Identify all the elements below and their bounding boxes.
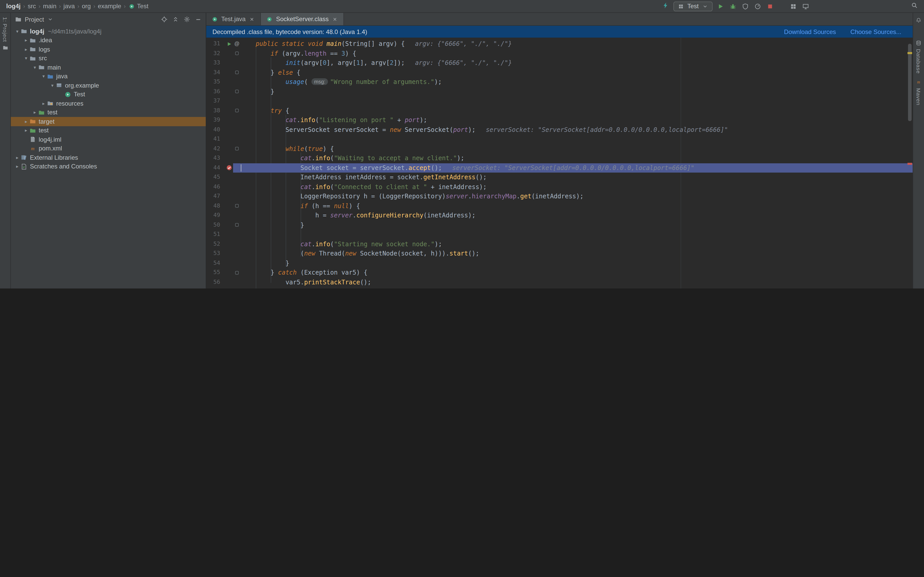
stripe-button-project[interactable]: 1: Project: [0, 17, 10, 51]
breadcrumb-item[interactable]: main: [43, 3, 57, 10]
breakpoint-gutter[interactable]: [225, 125, 233, 134]
tree-item-org-example[interactable]: ▾org.example: [11, 81, 206, 90]
settings-icon[interactable]: [184, 16, 190, 23]
search-everywhere-icon[interactable]: [911, 2, 918, 9]
tree-item-log4j-iml[interactable]: log4j.iml: [11, 135, 206, 144]
close-icon[interactable]: [332, 16, 339, 23]
tree-item-logs[interactable]: ▸logs: [11, 45, 206, 54]
tree-item-scratches-and-consoles[interactable]: ▸Scratches and Consoles: [11, 162, 206, 171]
run-method-icon[interactable]: [226, 41, 232, 47]
tree-item-test[interactable]: Test: [11, 90, 206, 99]
tree-item-target[interactable]: ▸target: [11, 117, 206, 126]
tree-item-test[interactable]: ▸test: [11, 108, 206, 117]
breakpoint-gutter[interactable]: [225, 192, 233, 201]
code-text[interactable]: cat.info("Starting new socket node.");: [241, 239, 913, 249]
breakpoint-gutter[interactable]: [225, 230, 233, 239]
breakpoint-gutter[interactable]: [225, 201, 233, 211]
tree-item-src[interactable]: ▾src: [11, 54, 206, 63]
grid-tool-icon[interactable]: [790, 3, 796, 10]
breakpoint-gutter[interactable]: [225, 87, 233, 96]
code-text[interactable]: ServerSocket serverSocket = new ServerSo…: [241, 125, 913, 134]
code-text[interactable]: if (h == null) {: [241, 201, 913, 211]
chevron-down-icon[interactable]: [47, 16, 54, 23]
breadcrumb-item[interactable]: Test: [128, 3, 149, 10]
run-with-coverage-button-icon[interactable]: [742, 3, 749, 10]
code-text[interactable]: }: [241, 287, 913, 288]
profiler-button-icon[interactable]: [754, 3, 761, 10]
breakpoint-gutter[interactable]: [225, 163, 233, 172]
code-text[interactable]: init(argv[0], argv[1], argv[2]);argv: {"…: [241, 58, 913, 68]
breakpoint-gutter[interactable]: [225, 77, 233, 87]
breakpoint-gutter[interactable]: [225, 249, 233, 258]
breadcrumb-item[interactable]: java: [63, 3, 75, 10]
breakpoint-gutter[interactable]: [225, 68, 233, 77]
choose-sources-link[interactable]: Choose Sources...: [851, 28, 901, 35]
tree-chevron-icon[interactable]: ▸: [14, 155, 21, 160]
tree-item-resources[interactable]: ▸resources: [11, 99, 206, 108]
breakpoint-gutter[interactable]: [225, 258, 233, 268]
code-editor[interactable]: 31@ public static void main(String[] arg…: [206, 38, 913, 288]
code-text[interactable]: while(true) {: [241, 144, 913, 153]
code-text[interactable]: }: [241, 87, 913, 96]
breadcrumb-item[interactable]: log4j: [6, 3, 21, 10]
code-text[interactable]: } else {: [241, 68, 913, 77]
code-text[interactable]: [241, 96, 913, 106]
close-icon[interactable]: [249, 16, 255, 23]
code-text[interactable]: cat.info("Waiting to accept a new client…: [241, 153, 913, 163]
code-text[interactable]: usage( msg:"Wrong number of arguments.")…: [241, 77, 913, 87]
stripe-mark[interactable]: [908, 163, 912, 165]
hide-icon[interactable]: [195, 16, 202, 23]
collapse-all-icon[interactable]: [172, 16, 179, 23]
breakpoint-gutter[interactable]: [225, 144, 233, 153]
tree-chevron-icon[interactable]: ▸: [14, 164, 21, 169]
editor-tab-test-java[interactable]: Test.java: [206, 13, 261, 25]
code-text[interactable]: InetAddress inetAddress = socket.getInet…: [241, 172, 913, 182]
breakpoint-gutter[interactable]: [225, 134, 233, 144]
breadcrumb-item[interactable]: example: [98, 3, 121, 10]
breakpoint-gutter[interactable]: [225, 49, 233, 58]
breakpoint-gutter[interactable]: [225, 268, 233, 277]
breakpoint-gutter[interactable]: [225, 115, 233, 125]
breakpoint-gutter[interactable]: [225, 106, 233, 115]
code-text[interactable]: h = server.configureHierarchy(inetAddres…: [241, 211, 913, 220]
breakpoint-gutter[interactable]: [225, 153, 233, 163]
breakpoint-gutter[interactable]: [225, 182, 233, 192]
breakpoint-gutter[interactable]: [225, 277, 233, 287]
code-text[interactable]: LoggerRepository h = (LoggerRepository)s…: [241, 192, 913, 201]
tree-chevron-icon[interactable]: ▾: [23, 56, 29, 61]
run-config-select[interactable]: Test: [674, 1, 712, 11]
breakpoint-gutter[interactable]: [225, 211, 233, 220]
tree-chevron-icon[interactable]: ▸: [23, 47, 29, 52]
locate-icon[interactable]: [161, 16, 168, 23]
tree-chevron-icon[interactable]: ▾: [14, 29, 21, 34]
tree-chevron-icon[interactable]: ▸: [31, 110, 38, 115]
tree-item-pom-xml[interactable]: mpom.xml: [11, 144, 206, 153]
tree-chevron-icon[interactable]: ▸: [23, 128, 29, 133]
code-text[interactable]: Socket socket = serverSocket.accept();se…: [241, 163, 913, 172]
tree-item-main[interactable]: ▾main: [11, 63, 206, 72]
stop-button-icon[interactable]: [767, 3, 774, 10]
code-text[interactable]: [241, 134, 913, 144]
breakpoint-gutter[interactable]: [225, 172, 233, 182]
code-text[interactable]: } catch (Exception var5) {: [241, 268, 913, 277]
breakpoint-gutter[interactable]: [225, 58, 233, 68]
breakpoint-icon[interactable]: [226, 164, 232, 171]
tree-chevron-icon[interactable]: ▸: [23, 119, 29, 124]
stripe-mark[interactable]: [908, 52, 912, 54]
code-text[interactable]: (new Thread(new SocketNode(socket, h))).…: [241, 249, 913, 258]
stripe-button-maven[interactable]: mMaven: [913, 79, 924, 105]
breadcrumb-item[interactable]: src: [27, 3, 36, 10]
breakpoint-gutter[interactable]: [225, 239, 233, 249]
code-text[interactable]: cat.info("Listening on port " + port);: [241, 115, 913, 125]
tree-item-java[interactable]: ▾java: [11, 72, 206, 81]
stripe-button-database[interactable]: Database: [913, 40, 924, 74]
editor-scrollbar[interactable]: [908, 44, 912, 121]
build-bolt-icon[interactable]: [662, 2, 669, 9]
download-sources-link[interactable]: Download Sources: [784, 28, 836, 35]
tree-chevron-icon[interactable]: ▾: [31, 65, 38, 70]
tree-chevron-icon[interactable]: ▸: [40, 101, 47, 106]
project-panel-title[interactable]: Project: [25, 16, 44, 23]
tree-item--idea[interactable]: ▸.idea: [11, 36, 206, 45]
code-text[interactable]: var5.printStackTrace();: [241, 277, 913, 287]
code-text[interactable]: if (argv.length == 3) {: [241, 49, 913, 58]
